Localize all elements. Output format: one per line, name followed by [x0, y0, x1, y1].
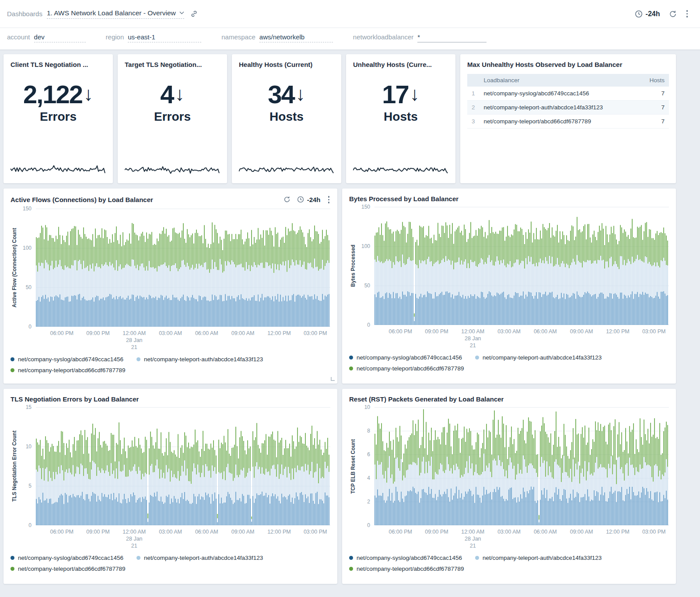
chart-refresh-button[interactable] [284, 196, 290, 203]
trend-down-icon: ↓ [296, 83, 305, 105]
chart-canvas [374, 207, 669, 325]
legend-item[interactable]: net/company-syslog/abcd6749ccac1456 [10, 555, 123, 561]
legend-label: net/company-teleport/abcd66cdf6787789 [18, 566, 125, 572]
filter-region: region us-east-1 [106, 33, 202, 42]
x-tick-label: 06:00 AM [195, 528, 218, 535]
panel-head: TLS Negotiation Errors by Load Balancer [10, 395, 330, 403]
x-tick-label: 03:00 AM [159, 528, 182, 535]
x-tick-label: 12:00 PM [606, 328, 630, 335]
share-link-button[interactable] [190, 10, 198, 17]
legend-dot-icon [349, 556, 353, 560]
filter-value-networkloadbalancer[interactable]: * [417, 33, 486, 42]
y-axis-ticks: 051015 [19, 407, 36, 525]
legend-item[interactable]: net/company-teleport-auth/abcdce14fa33f1… [475, 555, 602, 561]
hosts-table-body: 1net/company-syslog/abcd6749ccac145672ne… [467, 87, 669, 129]
legend-label: net/company-teleport-auth/abcdce14fa33f1… [483, 354, 602, 361]
filter-value-region[interactable]: us-east-1 [128, 33, 201, 42]
x-tick-label: 12:00 PM [606, 528, 630, 535]
legend-item[interactable]: net/company-teleport-auth/abcdce14fa33f1… [475, 354, 602, 361]
chart-time-range-label: -24h [307, 196, 321, 203]
table-row[interactable]: 2net/company-teleport-auth/abcdce14fa33f… [467, 101, 669, 115]
time-range-control[interactable]: -24h [635, 10, 660, 18]
stat-title: Healthy Hosts (Current) [239, 61, 334, 68]
legend-item[interactable]: net/company-teleport-auth/abcdce14fa33f1… [136, 356, 263, 363]
chevron-down-icon [179, 11, 184, 14]
chart-legend: net/company-syslog/abcd6749ccac1456net/c… [10, 352, 330, 374]
legend-item[interactable]: net/company-teleport-auth/abcdce14fa33f1… [136, 555, 263, 561]
hosts-table-header-row: Loadbalancer Hosts [467, 74, 669, 87]
row-index: 2 [467, 101, 480, 115]
y-tick-label: 0 [367, 522, 370, 528]
x-tick-label: 09:00 AM [231, 528, 255, 535]
x-tick-label: 09:00 AM [570, 528, 593, 535]
legend-item[interactable]: net/company-teleport/abcd66cdf6787789 [349, 566, 464, 572]
legend-label: net/company-syslog/abcd6749ccac1456 [18, 555, 123, 561]
y-tick-label: 0 [28, 324, 32, 330]
refresh-button[interactable] [669, 10, 677, 18]
legend-dot-icon [136, 556, 140, 560]
resize-handle[interactable] [331, 377, 335, 381]
x-tick-label: 12:00 PM [267, 330, 291, 337]
x-tick-label: 03:00 PM [642, 528, 666, 535]
legend-dot-icon [349, 356, 353, 360]
y-tick-label: 2 [367, 499, 370, 505]
y-axis-ticks: 050100150 [19, 209, 36, 327]
link-icon [190, 10, 198, 17]
legend-label: net/company-syslog/abcd6749ccac1456 [357, 354, 462, 361]
sparkline-canvas [125, 164, 220, 175]
y-tick-label: 15 [26, 404, 32, 410]
panel-max-unhealthy-hosts: Max Unhealthy Hosts Observed by Load Bal… [460, 54, 676, 183]
panel-title: Reset (RST) Packets Generated by Load Ba… [349, 395, 504, 403]
dashboard-title-dropdown[interactable]: 1. AWS Network Load Balancer - Overview [47, 9, 184, 19]
table-row[interactable]: 3net/company-teleport/abcd66cdf67877897 [467, 115, 669, 129]
filter-value-namespace[interactable]: aws/networkelb [259, 33, 333, 42]
hosts-count: 7 [639, 115, 669, 129]
sparkline [239, 164, 334, 175]
stat-panel-unhealthy-hosts: Unhealthy Hosts (Curre... 17↓ Hosts [346, 54, 455, 183]
panel-title: Max Unhealthy Hosts Observed by Load Bal… [467, 61, 669, 68]
sparkline-canvas [239, 164, 334, 175]
dashboards-breadcrumb[interactable]: Dashboards [7, 10, 42, 17]
legend-item[interactable]: net/company-teleport/abcd66cdf6787789 [349, 365, 464, 372]
sparkline-canvas [353, 164, 448, 175]
x-axis-ticks: 06:00 PM09:00 PM12:00 AM28 Jan2103:00 AM… [36, 525, 330, 549]
chart-area: Bytes Processed 050100150 06:00 PM09:00 … [349, 207, 669, 349]
sparkline [125, 164, 220, 175]
chart-area: Active Flow (Connection) Count 050100150… [10, 209, 330, 350]
x-tick-label: 12:00 PM [267, 528, 291, 535]
topbar-actions: -24h [635, 9, 689, 18]
chart-canvas [36, 407, 330, 525]
chart-time-range-control[interactable]: -24h [297, 196, 321, 203]
legend-item[interactable]: net/company-syslog/abcd6749ccac1456 [10, 356, 123, 363]
x-tick-label: 06:00 AM [195, 330, 218, 337]
y-tick-label: 0 [367, 322, 370, 328]
time-range-label: -24h [646, 10, 660, 18]
panel-head: Bytes Processed by Load Balancer [349, 195, 669, 202]
kebab-menu-button[interactable] [686, 9, 689, 18]
x-tick-label: 03:00 AM [159, 330, 182, 337]
stat-value: 2,122↓ [10, 80, 106, 109]
column-header-hosts: Hosts [639, 74, 669, 87]
y-axis-ticks: 050100150 [358, 207, 374, 325]
filter-namespace: namespace aws/networkelb [221, 33, 333, 42]
x-tick-label: 12:00 AM28 Jan21 [461, 528, 484, 549]
y-tick-label: 8 [367, 428, 370, 434]
legend-dot-icon [10, 556, 14, 560]
table-row[interactable]: 1net/company-syslog/abcd6749ccac14567 [467, 87, 669, 101]
legend-item[interactable]: net/company-syslog/abcd6749ccac1456 [349, 555, 462, 561]
panel-title: TLS Negotiation Errors by Load Balancer [10, 395, 139, 403]
x-tick-label: 03:00 PM [642, 328, 666, 335]
y-axis-ticks: 0246810 [358, 407, 374, 525]
chart-legend: net/company-syslog/abcd6749ccac1456net/c… [349, 350, 669, 372]
legend-item[interactable]: net/company-teleport/abcd66cdf6787789 [10, 566, 125, 572]
y-tick-label: 100 [23, 245, 32, 251]
legend-item[interactable]: net/company-syslog/abcd6749ccac1456 [349, 354, 462, 361]
chart-kebab-button[interactable] [327, 195, 331, 204]
x-axis-ticks: 06:00 PM09:00 PM12:00 AM28 Jan2103:00 AM… [374, 525, 669, 549]
x-tick-label: 09:00 PM [86, 330, 110, 337]
legend-item[interactable]: net/company-teleport/abcd66cdf6787789 [10, 367, 125, 374]
filter-label: region [106, 33, 124, 41]
x-tick-label: 03:00 PM [304, 330, 327, 337]
filter-value-account[interactable]: dev [34, 33, 86, 42]
chart-legend: net/company-syslog/abcd6749ccac1456net/c… [10, 551, 330, 573]
